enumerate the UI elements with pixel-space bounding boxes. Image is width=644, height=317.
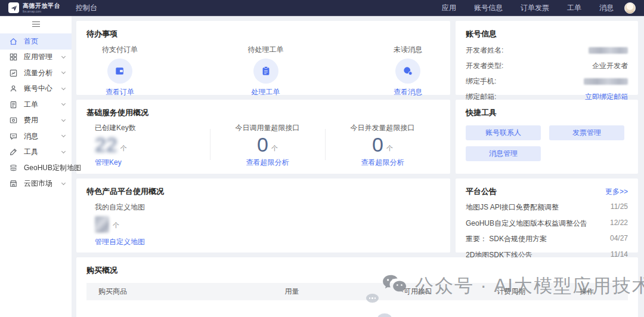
chevron-down-icon [61, 181, 66, 185]
basic-usage-card: 基础服务使用概况 已创建Key数 22 个 管理Key 今日调用量超限接口 0 … [76, 100, 450, 174]
announcement-item[interactable]: 重要： SDK合规使用方案 04/27 [466, 234, 628, 244]
amap-logo[interactable]: 高德开放平台 lbs.amap.com [8, 2, 60, 13]
sidebar-item-app-management[interactable]: 应用管理 [0, 50, 72, 66]
hamburger-icon [32, 24, 40, 25]
view-overlimit-analysis-link[interactable]: 查看超限分析 [361, 158, 404, 168]
manage-custom-maps-link[interactable]: 管理自定义地图 [95, 237, 440, 247]
todo-card-title: 待办事项 [86, 29, 440, 39]
home-icon [9, 37, 18, 46]
column-available-api: 可用接口 [404, 287, 497, 297]
todo-unread-messages: 未读消息 查看消息 [394, 45, 422, 97]
sidebar-item-geohub-custom-map[interactable]: GeoHUB定制地图 [0, 160, 72, 176]
nav-work-order[interactable]: 工单 [567, 3, 581, 13]
chart-icon [9, 69, 18, 78]
basic-usage-title: 基础服务使用概况 [86, 107, 440, 118]
process-tickets-link[interactable]: 处理工单 [252, 87, 280, 97]
quick-tools-title: 快捷工具 [466, 107, 628, 118]
developer-type-row: 开发者类型: 企业开发者 [466, 61, 628, 71]
chevron-down-icon [61, 86, 66, 90]
redacted-phone-number [584, 78, 628, 85]
chevron-down-icon [61, 118, 66, 122]
money-icon [9, 116, 18, 125]
nav-order-invoice[interactable]: 订单发票 [521, 3, 549, 13]
paper-plane-logo-icon [8, 2, 19, 13]
announcement-item[interactable]: GeoHUB自定义地图版本权益调整公告 12/22 [466, 218, 628, 229]
chevron-down-icon [61, 54, 66, 59]
featured-products-card: 特色产品平台使用概况 我的自定义地图 个 管理自定义地图 [76, 178, 450, 253]
announcement-item[interactable]: 地图JS API接口免费配额调整 11/25 [466, 202, 628, 213]
announcements-card: 平台公告 更多>> 地图JS API接口免费配额调整 11/25 GeoHUB自… [456, 178, 638, 253]
nav-applications[interactable]: 应用 [442, 3, 456, 13]
invoice-management-button[interactable]: 发票管理 [549, 125, 624, 140]
nav-account-info[interactable]: 账号信息 [474, 3, 503, 13]
sidebar-item-messages[interactable]: 消息 [0, 128, 72, 144]
message-management-button[interactable]: 消息管理 [466, 146, 541, 161]
sidebar: 首页 应用管理 流量分析 账号中心 工单 费用 消息 [0, 16, 72, 317]
announcements-title: 平台公告 [466, 186, 497, 197]
logo-title: 高德开放平台 [23, 3, 60, 9]
purchase-overview-title: 购买概况 [86, 265, 628, 276]
sidebar-item-fees[interactable]: 费用 [0, 113, 72, 129]
empty-table-body [86, 300, 628, 317]
account-card-title: 账号信息 [466, 29, 628, 39]
user-avatar[interactable] [624, 2, 636, 14]
chevron-down-icon [61, 133, 66, 137]
apps-grid-icon [9, 53, 18, 61]
top-nav-links: 应用 账号信息 订单发票 工单 消息 [442, 3, 614, 13]
view-overlimit-analysis-link[interactable]: 查看超限分析 [246, 158, 289, 168]
person-icon [9, 84, 18, 93]
redacted-developer-name [589, 47, 628, 54]
developer-name-row: 开发者姓名: [466, 45, 628, 56]
message-icon[interactable] [395, 59, 420, 84]
chevron-down-icon [61, 101, 66, 106]
view-messages-link[interactable]: 查看消息 [394, 87, 422, 97]
column-purchased-product: 购买商品 [98, 287, 284, 297]
column-billing-cycle: 计费周期 [497, 287, 580, 297]
sidebar-menu: 首页 应用管理 流量分析 账号中心 工单 费用 消息 [0, 33, 72, 192]
main-content: 待办事项 待支付订单 查看订单 待处理工单 处理工单 未 [72, 16, 644, 317]
document-icon [9, 100, 18, 109]
redacted-custom-map-count [95, 216, 109, 233]
chat-bubble-icon [9, 132, 18, 141]
concurrency-overlimit-value: 0 [372, 134, 383, 156]
purchase-table-header: 购买商品 用量 可用接口 计费周期 操作 [86, 283, 628, 300]
quick-tools-card: 快捷工具 账号联系人 发票管理 消息管理 [456, 100, 638, 174]
call-overlimit-stat: 今日调用量超限接口 0 个 查看超限分析 [210, 123, 325, 168]
ticket-icon[interactable] [253, 59, 278, 84]
sidebar-collapse-button[interactable] [0, 16, 72, 32]
order-icon[interactable] [107, 59, 132, 84]
sidebar-item-tools[interactable]: 工具 [0, 144, 72, 161]
pen-tool-icon [9, 147, 18, 156]
todo-pending-tickets: 待处理工单 处理工单 [248, 45, 284, 97]
column-operation: 操作 [580, 287, 616, 297]
featured-products-title: 特色产品平台使用概况 [86, 186, 440, 197]
sidebar-item-home[interactable]: 首页 [0, 33, 72, 50]
manage-keys-link[interactable]: 管理Key [95, 158, 210, 168]
sidebar-item-account-center[interactable]: 账号中心 [0, 81, 72, 97]
todo-card: 待办事项 待支付订单 查看订单 待处理工单 处理工单 未 [76, 21, 450, 95]
purchase-overview-card: 购买概况 购买商品 用量 可用接口 计费周期 操作 [76, 257, 638, 317]
created-keys-value: 22 [95, 134, 117, 156]
sidebar-item-cloud-map-market[interactable]: 云图市场 [0, 176, 72, 192]
bound-phone-row: 绑定手机: [466, 76, 628, 87]
chevron-down-icon [61, 70, 66, 74]
nav-messages[interactable]: 消息 [599, 3, 614, 13]
logo-subtitle: lbs.amap.com [23, 10, 60, 13]
layers-icon [9, 164, 18, 173]
sidebar-item-traffic-analysis[interactable]: 流量分析 [0, 65, 72, 81]
console-nav-label[interactable]: 控制台 [76, 3, 97, 13]
more-announcements-link[interactable]: 更多>> [605, 187, 628, 197]
account-info-card: 账号信息 开发者姓名: 开发者类型: 企业开发者 绑定手机: 绑定邮箱: 立即绑… [456, 21, 638, 95]
view-orders-link[interactable]: 查看订单 [106, 87, 134, 97]
empty-state-dots-bubble [377, 313, 392, 317]
chevron-down-icon [61, 149, 66, 153]
created-keys-stat: 已创建Key数 22 个 管理Key [86, 123, 210, 168]
concurrency-overlimit-stat: 今日并发量超限接口 0 个 查看超限分析 [325, 123, 440, 168]
storefront-icon [9, 179, 18, 188]
todo-pending-orders: 待支付订单 查看订单 [102, 45, 138, 97]
call-overlimit-value: 0 [257, 134, 268, 156]
column-usage: 用量 [284, 287, 404, 297]
sidebar-item-work-order[interactable]: 工单 [0, 97, 72, 113]
top-navigation-bar: 高德开放平台 lbs.amap.com 控制台 应用 账号信息 订单发票 工单 … [0, 0, 644, 16]
account-contacts-button[interactable]: 账号联系人 [466, 125, 541, 140]
